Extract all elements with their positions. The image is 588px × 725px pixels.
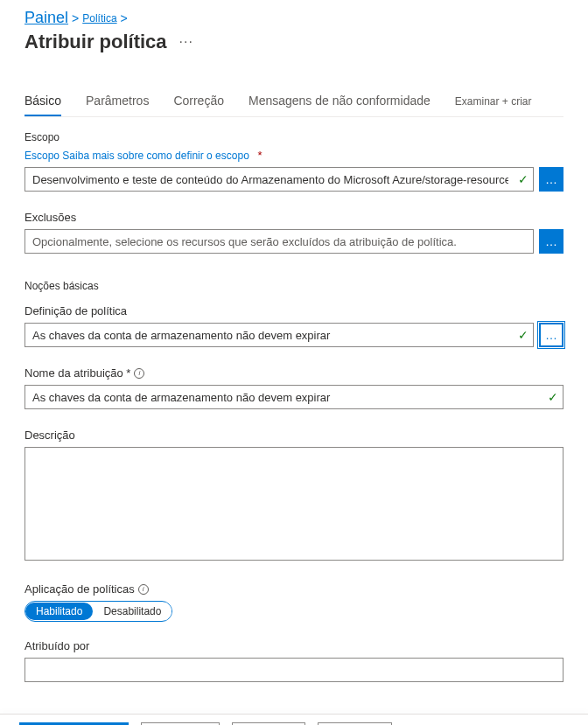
tab-basico[interactable]: Básico <box>24 88 61 116</box>
breadcrumb-policy-link[interactable]: Política <box>82 12 116 24</box>
enforcement-disabled-option[interactable]: Desabilitado <box>93 603 172 620</box>
tab-parametros[interactable]: Parâmetros <box>86 88 149 116</box>
required-indicator: * <box>257 149 262 162</box>
basics-heading: Noções básicas <box>24 280 564 292</box>
info-icon[interactable]: i <box>138 584 149 595</box>
assigned-by-label: Atribuído por <box>24 639 564 652</box>
policy-definition-label: Definição de política <box>24 304 127 317</box>
tab-mensagens[interactable]: Mensagens de não conformidade <box>248 88 430 116</box>
page-title: Atribuir política <box>24 31 167 53</box>
scope-help-link[interactable]: Escopo Saiba mais sobre como definir o e… <box>24 150 249 162</box>
exclusions-label: Exclusões <box>24 211 564 224</box>
more-icon[interactable]: ··· <box>179 34 193 50</box>
description-label: Descrição <box>24 429 564 442</box>
policy-definition-input[interactable] <box>24 323 534 347</box>
breadcrumb-home[interactable]: Painel <box>24 9 68 27</box>
breadcrumb: Painel > Política > <box>24 9 564 27</box>
enforcement-enabled-option[interactable]: Habilitado <box>25 603 93 620</box>
description-textarea[interactable] <box>24 447 564 561</box>
exclusions-input[interactable] <box>24 229 534 254</box>
assignment-name-label: Nome da atribuição * <box>24 366 130 380</box>
scope-input[interactable] <box>24 167 534 192</box>
exclusions-picker-button[interactable]: … <box>539 229 564 254</box>
info-icon[interactable]: i <box>134 368 144 379</box>
tabs: Básico Parâmetros Correção Mensagens de … <box>24 88 564 117</box>
assignment-name-input[interactable] <box>24 385 564 409</box>
chevron-right-icon: > <box>72 11 79 25</box>
enforcement-label: Aplicação de políticas <box>24 582 135 596</box>
assigned-by-input[interactable] <box>24 658 564 682</box>
tab-examinar-criar[interactable]: Examinar + criar <box>455 90 532 116</box>
tab-correcao[interactable]: Correção <box>173 88 224 116</box>
scope-heading: Escopo <box>24 131 564 143</box>
enforcement-toggle[interactable]: Habilitado Desabilitado <box>24 601 172 622</box>
chevron-right-icon: > <box>121 11 128 25</box>
scope-picker-button[interactable]: … <box>539 167 564 192</box>
policy-definition-picker-button[interactable]: … <box>539 323 564 347</box>
footer-actions: Examinar + criar Cancelar Anterior Próxi… <box>0 714 588 725</box>
